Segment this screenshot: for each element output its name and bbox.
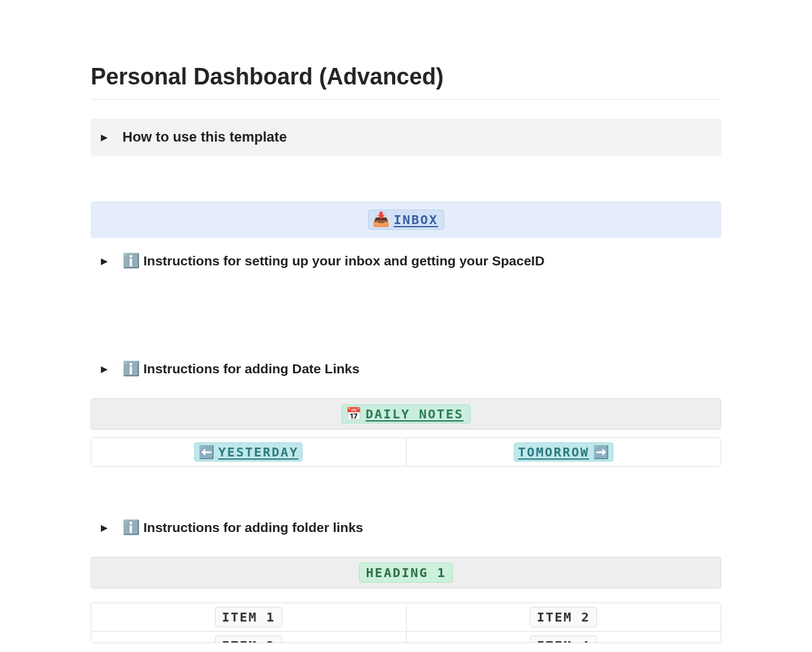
item-3-pill[interactable]: ITEM 3 — [215, 635, 282, 642]
cell-item: ITEM 2 — [407, 603, 721, 631]
daily-notes-label: DAILY NOTES — [365, 406, 463, 422]
arrow-right-icon: ➡️ — [593, 444, 609, 460]
toggle-text: Instructions for adding Date Links — [143, 361, 360, 376]
daily-notes-link[interactable]: 📅 DAILY NOTES — [341, 404, 470, 423]
yesterday-link[interactable]: ⬅️ YESTERDAY — [194, 442, 303, 462]
toggle-text: Instructions for adding folder links — [143, 520, 363, 535]
toggle-label: ℹ️Instructions for adding folder links — [122, 519, 363, 536]
inbox-tray-icon: 📥 — [372, 211, 390, 228]
toggle-text: Instructions for setting up your inbox a… — [143, 253, 544, 268]
calendar-icon: 📅 — [346, 406, 362, 422]
inbox-link[interactable]: 📥 INBOX — [368, 210, 443, 230]
heading-1-pill[interactable]: HEADING 1 — [359, 562, 453, 583]
toggle-how-to-use[interactable]: ▶ How to use this template — [91, 119, 721, 156]
items-grid: ITEM 1 ITEM 2 ITEM 3 ITEM 4 — [91, 602, 721, 643]
item-2-pill[interactable]: ITEM 2 — [530, 607, 597, 627]
tomorrow-link[interactable]: TOMORROW ➡️ — [514, 442, 613, 462]
cell-tomorrow: TOMORROW ➡️ — [407, 438, 721, 466]
toggle-label: ℹ️Instructions for setting up your inbox… — [122, 253, 544, 269]
toggle-label: ℹ️Instructions for adding Date Links — [122, 361, 360, 377]
toggle-date-links[interactable]: ▶ ℹ️Instructions for adding Date Links — [91, 356, 721, 382]
triangle-right-icon[interactable]: ▶ — [98, 256, 110, 266]
daily-notes-header: 📅 DAILY NOTES — [91, 398, 721, 430]
item-1-pill[interactable]: ITEM 1 — [215, 607, 282, 627]
triangle-right-icon[interactable]: ▶ — [98, 132, 110, 142]
triangle-right-icon[interactable]: ▶ — [98, 364, 110, 374]
toggle-folder-links[interactable]: ▶ ℹ️Instructions for adding folder links — [91, 515, 721, 540]
heading-1-bar: HEADING 1 — [91, 557, 721, 589]
yesterday-label: YESTERDAY — [218, 444, 298, 460]
toggle-label: How to use this template — [122, 129, 287, 145]
cell-item: ITEM 4 — [407, 632, 721, 642]
cell-item: ITEM 1 — [91, 603, 407, 631]
cell-item: ITEM 3 — [91, 632, 407, 642]
cell-yesterday: ⬅️ YESTERDAY — [91, 438, 407, 466]
inbox-banner: 📥 INBOX — [91, 201, 721, 238]
info-icon: ℹ️ — [122, 519, 140, 536]
toggle-inbox-instructions[interactable]: ▶ ℹ️Instructions for setting up your inb… — [91, 248, 721, 274]
inbox-label: INBOX — [393, 212, 438, 227]
table-row: ITEM 1 ITEM 2 — [91, 603, 721, 631]
arrow-left-icon: ⬅️ — [199, 444, 214, 460]
table-row: ITEM 3 ITEM 4 — [91, 631, 721, 642]
tomorrow-label: TOMORROW — [518, 444, 589, 460]
item-4-pill[interactable]: ITEM 4 — [530, 635, 597, 642]
page-title: Personal Dashboard (Advanced) — [91, 63, 721, 100]
info-icon: ℹ️ — [122, 253, 140, 269]
triangle-right-icon[interactable]: ▶ — [98, 522, 110, 533]
info-icon: ℹ️ — [122, 361, 140, 377]
date-nav-row: ⬅️ YESTERDAY TOMORROW ➡️ — [91, 437, 721, 467]
